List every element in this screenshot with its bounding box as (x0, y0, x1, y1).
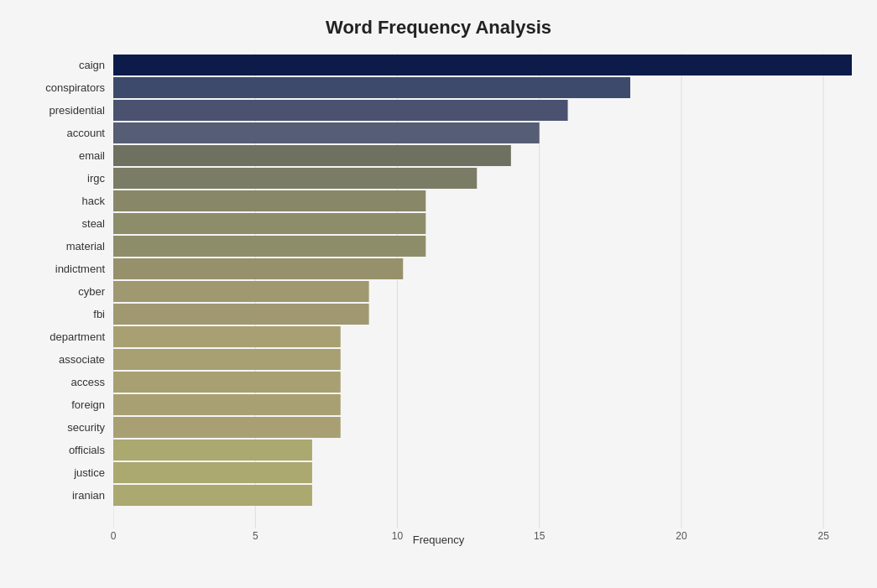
chart-svg (113, 54, 852, 528)
x-tick: 5 (253, 530, 258, 542)
y-label: associate (25, 348, 113, 371)
bar-steal (113, 213, 425, 234)
chart-title: Word Frequency Analysis (25, 17, 852, 39)
bar-associate (113, 349, 341, 370)
bar-presidential (113, 100, 568, 121)
bar-area (113, 54, 852, 528)
y-label: presidential (25, 99, 113, 122)
y-label: email (25, 144, 113, 167)
bar-foreign (113, 394, 341, 415)
y-label: conspirators (25, 76, 113, 99)
bar-iranian (113, 485, 312, 506)
y-labels: caignconspiratorspresidentialaccountemai… (25, 54, 113, 528)
y-label: material (25, 235, 113, 258)
y-label: justice (25, 461, 113, 484)
y-label: department (25, 325, 113, 348)
bar-indictment (113, 258, 403, 279)
y-label: iranian (25, 484, 113, 507)
y-label: fbi (25, 303, 113, 325)
y-label: account (25, 122, 113, 144)
x-tick: 10 (392, 530, 403, 542)
bar-email (113, 145, 511, 166)
x-axis-label: Frequency (25, 533, 852, 546)
bar-account (113, 122, 540, 143)
bar-conspirators (113, 77, 630, 98)
bar-justice (113, 462, 312, 483)
bar-irgc (113, 168, 477, 189)
y-label: foreign (25, 393, 113, 416)
x-tick: 25 (817, 530, 828, 542)
bar-security (113, 417, 341, 438)
y-label: steal (25, 212, 113, 235)
bar-department (113, 326, 341, 347)
y-label: hack (25, 190, 113, 212)
bar-access (113, 372, 341, 393)
y-label: irgc (25, 167, 113, 190)
bar-caign (113, 55, 852, 75)
bar-material (113, 236, 425, 257)
y-label: caign (25, 54, 113, 76)
y-label: access (25, 371, 113, 393)
x-tick: 15 (534, 530, 545, 542)
bar-cyber (113, 281, 369, 302)
y-label: officials (25, 439, 113, 461)
y-label: security (25, 416, 113, 439)
y-label: indictment (25, 258, 113, 280)
x-tick: 20 (676, 530, 686, 542)
x-tick: 0 (111, 530, 117, 542)
bar-hack (113, 190, 425, 211)
chart-container: Word Frequency Analysis caignconspirator… (0, 0, 877, 588)
bar-fbi (113, 304, 369, 325)
x-axis: 0510152025 Frequency (25, 530, 852, 546)
bar-officials (113, 440, 312, 461)
y-label: cyber (25, 280, 113, 303)
